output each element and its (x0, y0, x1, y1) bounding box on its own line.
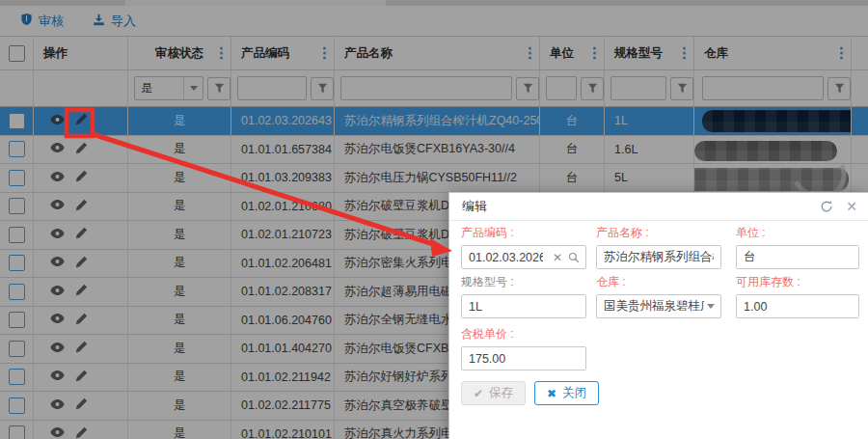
field-label: 规格型号 : (461, 274, 586, 290)
tax-price-input[interactable] (462, 347, 585, 370)
field-label: 产品编码 : (461, 225, 586, 241)
edit-modal: 编辑 ✕ 产品编码 : ✕ 产品名称 : 单位 (448, 192, 868, 439)
modal-header: 编辑 ✕ (449, 193, 868, 221)
product-code-input[interactable] (462, 246, 550, 268)
product-name-input[interactable] (597, 246, 720, 268)
close-icon[interactable]: ✕ (843, 198, 860, 215)
field-product-name: 产品名称 : (596, 225, 721, 269)
refresh-icon[interactable] (818, 198, 835, 215)
close-button[interactable]: ✖ 关闭 (534, 381, 599, 405)
field-product-code: 产品编码 : ✕ (461, 225, 586, 269)
app-window: 审核 导入 操作 审核状态 产品编码 (0, 0, 868, 439)
check-icon: ✔ (474, 387, 483, 400)
save-button-label: 保存 (489, 385, 513, 401)
field-warehouse: 仓库 : 国美贵州福泉碧桂广场 (596, 274, 721, 318)
warehouse-select[interactable]: 国美贵州福泉碧桂广场 (596, 294, 721, 318)
modal-buttons: ✔ 保存 ✖ 关闭 (461, 381, 599, 405)
search-icon[interactable] (565, 252, 585, 263)
available-stock-input[interactable] (737, 295, 858, 317)
field-label: 含税单价 : (461, 326, 586, 343)
field-available-stock: 可用库存数 : (736, 274, 859, 318)
save-button[interactable]: ✔ 保存 (461, 381, 526, 405)
field-unit: 单位 : (736, 225, 859, 269)
spec-model-input[interactable] (462, 295, 585, 317)
field-label: 仓库 : (596, 274, 721, 290)
unit-input[interactable] (737, 246, 858, 268)
modal-title: 编辑 (462, 198, 487, 215)
field-label: 产品名称 : (596, 225, 721, 241)
field-label: 可用库存数 : (736, 274, 859, 290)
field-tax-price: 含税单价 : (461, 326, 586, 370)
field-label: 单位 : (736, 225, 859, 241)
clear-icon[interactable]: ✕ (550, 251, 565, 264)
chevron-down-icon (704, 304, 720, 309)
warehouse-value: 国美贵州福泉碧桂广场 (597, 298, 704, 315)
field-spec-model: 规格型号 : (461, 274, 586, 318)
x-icon: ✖ (547, 387, 556, 400)
close-button-label: 关闭 (562, 385, 586, 401)
